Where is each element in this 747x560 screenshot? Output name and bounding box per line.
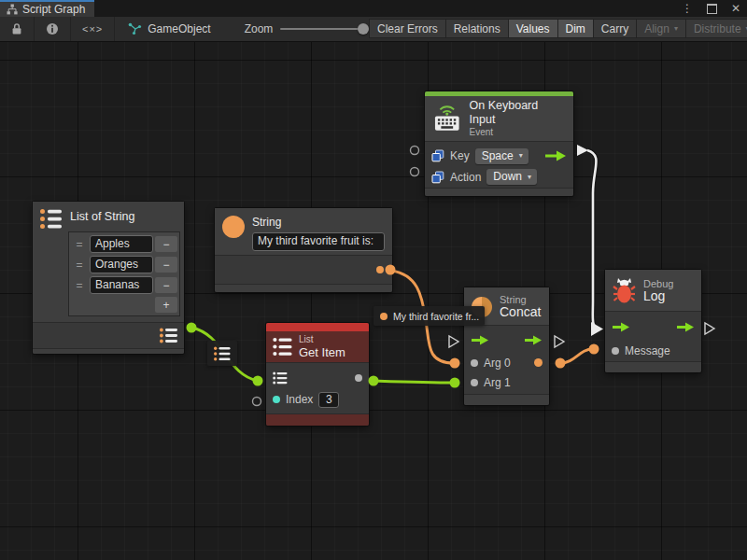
log-flow-out-connector[interactable] <box>705 323 714 334</box>
zoom-slider[interactable] <box>280 28 366 30</box>
info-button[interactable] <box>35 17 71 41</box>
close-icon[interactable]: ✕ <box>731 3 740 14</box>
action-free-port[interactable] <box>411 168 419 176</box>
dim-toggle[interactable]: Dim <box>557 19 594 38</box>
concat-result-connector[interactable] <box>556 358 566 369</box>
log-message-connector[interactable] <box>589 344 599 355</box>
graph-icon <box>7 4 18 15</box>
graph-owner[interactable]: GameObject <box>128 22 210 35</box>
index-free-port[interactable] <box>253 398 261 406</box>
zoom-label: Zoom <box>245 22 274 35</box>
concat-flow-out-connector[interactable] <box>555 336 564 347</box>
tab-script-graph[interactable]: Script Graph <box>0 0 94 17</box>
window-controls: ⋮ ✕ <box>682 0 747 17</box>
tab-bar: Script Graph ⋮ ✕ <box>0 0 747 17</box>
concat-arg0-connector[interactable] <box>450 358 460 369</box>
gameobject-icon <box>128 22 142 35</box>
carry-toggle[interactable]: Carry <box>593 19 637 38</box>
toolbar-toggle-group: Clear Errors Relations Values Dim Carry … <box>370 19 747 38</box>
string-value-tooltip: My third favorite fr... <box>374 306 485 326</box>
code-preview-button[interactable]: <×> <box>71 17 115 41</box>
script-graph-window: Script Graph ⋮ ✕ <×> <box>0 0 747 560</box>
align-dropdown[interactable]: Align <box>636 19 686 38</box>
concat-arg1-connector[interactable] <box>450 378 460 388</box>
clear-errors-button[interactable]: Clear Errors <box>369 19 446 38</box>
menu-icon[interactable]: ⋮ <box>682 3 693 14</box>
ports-overlay <box>0 42 747 560</box>
relations-toggle[interactable]: Relations <box>445 19 509 38</box>
values-toggle[interactable]: Values <box>508 19 558 38</box>
gameobject-label: GameObject <box>148 22 210 35</box>
getitem-item-out-connector[interactable] <box>369 376 379 386</box>
control-in-connector[interactable] <box>591 322 603 336</box>
info-icon <box>46 22 59 35</box>
lock-button[interactable] <box>0 17 35 41</box>
maximize-icon[interactable] <box>707 4 717 14</box>
control-out-connector[interactable] <box>577 145 588 156</box>
graph-canvas[interactable]: On Keyboard Input Event Key Space <box>0 42 747 560</box>
concat-flow-in-connector[interactable] <box>449 336 458 347</box>
tab-title: Script Graph <box>22 3 85 16</box>
distribute-dropdown[interactable]: Distribute <box>685 19 747 38</box>
getitem-list-in-connector[interactable] <box>253 376 263 386</box>
list-value-icon <box>214 346 231 361</box>
lock-icon <box>11 22 22 35</box>
zoom-control: Zoom 1x <box>245 22 386 35</box>
string-value-text: My third favorite fr... <box>393 311 485 322</box>
graph-toolbar: <×> GameObject Zoom 1x Clear Errors Rela… <box>0 17 747 42</box>
string-out-connector[interactable] <box>386 265 396 275</box>
string-value-dot <box>380 313 388 320</box>
list-output-connector[interactable] <box>187 323 197 333</box>
zoom-slider-handle[interactable] <box>358 23 369 35</box>
list-value-tooltip <box>207 341 237 366</box>
key-free-port[interactable] <box>411 147 419 155</box>
